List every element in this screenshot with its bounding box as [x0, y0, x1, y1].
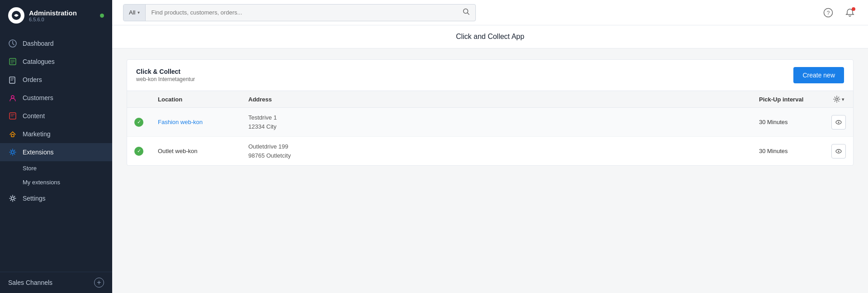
view-button[interactable]: [831, 115, 846, 130]
row-location-cell: Fashion web-kon: [151, 108, 241, 137]
main-area: All ▾ ? Click and Collect App: [112, 0, 868, 293]
table-header-status: [127, 91, 151, 108]
sales-channels-label: Sales Channels: [8, 279, 52, 286]
topbar: All ▾ ?: [112, 0, 868, 25]
row-status-cell: ✓: [127, 108, 151, 137]
svg-point-12: [836, 98, 838, 101]
table-row: ✓ Outlet web-kon Outletdrive 199 98765 O…: [127, 137, 853, 166]
search-filter-label: All: [129, 9, 135, 16]
table-header-row: Location Address Pick-Up interval: [127, 91, 853, 108]
sidebar-item-label: Orders: [23, 76, 42, 83]
sidebar-item-label: Marketing: [23, 130, 50, 138]
view-button[interactable]: [831, 144, 846, 159]
table-header-location: Location: [151, 91, 241, 108]
orders-icon: [8, 75, 17, 84]
sidebar-item-label: Settings: [23, 195, 46, 202]
notifications-button[interactable]: [843, 5, 857, 20]
add-sales-channel-button[interactable]: +: [94, 278, 104, 288]
search-button[interactable]: [457, 8, 475, 17]
sidebar-item-label: Extensions: [23, 149, 53, 156]
sidebar-item-settings[interactable]: Settings: [0, 189, 112, 207]
sidebar-item-catalogues[interactable]: Catalogues: [0, 53, 112, 71]
customers-icon: [8, 93, 17, 102]
row-address-cell: Testdrive 1 12334 City: [241, 108, 752, 137]
sidebar: Administration 6.5.6.0 Dashboard Catalog…: [0, 0, 112, 293]
page-title: Click and Collect App: [456, 33, 524, 40]
content-icon: [8, 111, 17, 120]
marketing-icon: [8, 130, 17, 139]
app-title-block: Administration 6.5.6.0: [29, 9, 77, 22]
page-header: Click and Collect App: [112, 25, 868, 48]
sidebar-item-extensions[interactable]: Extensions: [0, 143, 112, 161]
table-header-pickup: Pick-Up interval: [752, 91, 824, 108]
sidebar-item-label: Dashboard: [23, 40, 54, 47]
svg-point-14: [838, 121, 840, 123]
page-content: Click and Collect App Click & Collect we…: [112, 25, 868, 293]
card-title: Click & Collect: [136, 68, 195, 75]
sidebar-item-customers[interactable]: Customers: [0, 89, 112, 107]
row-pickup-cell: 30 Minutes: [752, 108, 824, 137]
row-actions-cell: [824, 108, 853, 137]
status-dot: [100, 14, 104, 18]
search-input[interactable]: [146, 9, 457, 16]
sidebar-item-orders[interactable]: Orders: [0, 71, 112, 89]
catalogue-icon: [8, 57, 17, 66]
address-text: Testdrive 1 12334 City: [248, 113, 745, 131]
row-pickup-cell: 30 Minutes: [752, 137, 824, 166]
settings-icon: [8, 194, 17, 203]
help-button[interactable]: ?: [821, 5, 835, 20]
search-filter-dropdown[interactable]: All ▾: [123, 5, 146, 21]
sidebar-item-label: Customers: [23, 94, 53, 101]
table-header-actions: ▾: [824, 91, 853, 108]
sidebar-item-content[interactable]: Content: [0, 107, 112, 125]
create-new-button[interactable]: Create new: [793, 67, 844, 83]
address-text: Outletdrive 199 98765 Outletcity: [248, 142, 745, 160]
sidebar-nav: Dashboard Catalogues Orders Customers: [0, 31, 112, 272]
table-header-address: Address: [241, 91, 752, 108]
row-actions-cell: [824, 137, 853, 166]
locations-table: Location Address Pick-Up interval: [127, 91, 853, 165]
pickup-interval: 30 Minutes: [759, 119, 788, 125]
status-check-icon: ✓: [134, 147, 143, 156]
dashboard-icon: [8, 39, 17, 48]
app-version: 6.5.6.0: [29, 17, 77, 22]
sidebar-sub-item-label: Store: [23, 165, 37, 172]
app-name: Administration: [29, 9, 77, 17]
svg-point-8: [11, 197, 14, 200]
chevron-down-icon: ▾: [138, 10, 140, 15]
sidebar-sub-item-my-extensions[interactable]: My extensions: [0, 175, 112, 189]
extensions-icon: [8, 148, 17, 157]
card-title-block: Click & Collect web-kon Internetagentur: [136, 68, 195, 82]
search-container: All ▾: [123, 4, 476, 21]
content-area: Click & Collect web-kon Internetagentur …: [112, 48, 868, 177]
click-collect-card: Click & Collect web-kon Internetagentur …: [127, 59, 854, 166]
sidebar-footer: Sales Channels +: [0, 272, 112, 293]
location-link[interactable]: Fashion web-kon: [158, 119, 203, 125]
location-name: Outlet web-kon: [158, 148, 197, 154]
notification-badge: [852, 7, 855, 11]
svg-text:?: ?: [827, 10, 830, 16]
sidebar-sub-item-store[interactable]: Store: [0, 161, 112, 175]
gear-icon: ▾: [831, 96, 846, 103]
svg-rect-6: [11, 134, 14, 137]
topbar-right: ?: [821, 5, 857, 20]
status-check-icon: ✓: [134, 118, 143, 127]
sidebar-header: Administration 6.5.6.0: [0, 0, 112, 31]
row-status-cell: ✓: [127, 137, 151, 166]
app-logo: [8, 7, 24, 24]
svg-point-16: [838, 150, 840, 152]
svg-point-7: [11, 151, 14, 154]
table-row: ✓ Fashion web-kon Testdrive 1 12334 City: [127, 108, 853, 137]
card-subtitle: web-kon Internetagentur: [136, 76, 195, 82]
sidebar-item-label: Catalogues: [23, 58, 55, 65]
sidebar-sub-item-label: My extensions: [23, 179, 60, 186]
sidebar-item-marketing[interactable]: Marketing: [0, 125, 112, 143]
svg-point-4: [11, 96, 14, 98]
row-location-cell: Outlet web-kon: [151, 137, 241, 166]
row-address-cell: Outletdrive 199 98765 Outletcity: [241, 137, 752, 166]
card-header: Click & Collect web-kon Internetagentur …: [127, 60, 853, 91]
pickup-interval: 30 Minutes: [759, 148, 788, 154]
sidebar-item-dashboard[interactable]: Dashboard: [0, 34, 112, 53]
sidebar-item-label: Content: [23, 112, 45, 120]
